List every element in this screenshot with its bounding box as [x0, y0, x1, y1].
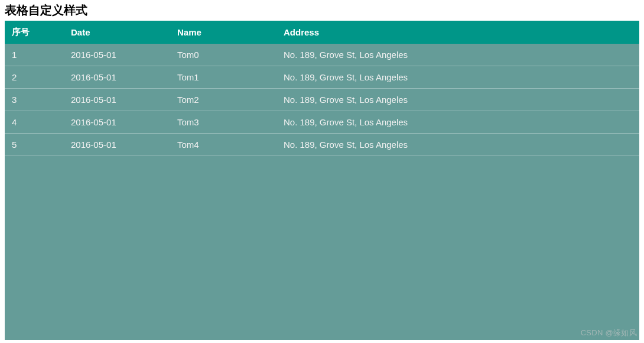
- cell-address: No. 189, Grove St, Los Angeles: [277, 44, 639, 66]
- cell-name: Tom4: [170, 134, 277, 156]
- cell-index: 4: [5, 111, 64, 134]
- cell-index: 1: [5, 44, 64, 66]
- cell-date: 2016-05-01: [64, 134, 170, 156]
- data-table: 序号 Date Name Address 1 2016-05-01 Tom0 N…: [5, 21, 639, 156]
- cell-date: 2016-05-01: [64, 44, 170, 66]
- cell-address: No. 189, Grove St, Los Angeles: [277, 89, 639, 111]
- cell-index: 2: [5, 66, 64, 89]
- header-name[interactable]: Name: [170, 21, 277, 44]
- table-header-row: 序号 Date Name Address: [5, 21, 639, 44]
- cell-date: 2016-05-01: [64, 111, 170, 134]
- table-row[interactable]: 5 2016-05-01 Tom4 No. 189, Grove St, Los…: [5, 134, 639, 156]
- cell-index: 3: [5, 89, 64, 111]
- header-date[interactable]: Date: [64, 21, 170, 44]
- header-index[interactable]: 序号: [5, 21, 64, 44]
- table-container: 序号 Date Name Address 1 2016-05-01 Tom0 N…: [5, 21, 639, 340]
- page-title: 表格自定义样式: [0, 0, 644, 21]
- table-row[interactable]: 1 2016-05-01 Tom0 No. 189, Grove St, Los…: [5, 44, 639, 66]
- watermark: CSDN @缘如风: [581, 328, 637, 338]
- cell-address: No. 189, Grove St, Los Angeles: [277, 134, 639, 156]
- table-row[interactable]: 4 2016-05-01 Tom3 No. 189, Grove St, Los…: [5, 111, 639, 134]
- cell-date: 2016-05-01: [64, 89, 170, 111]
- header-address[interactable]: Address: [277, 21, 639, 44]
- cell-name: Tom3: [170, 111, 277, 134]
- cell-name: Tom2: [170, 89, 277, 111]
- table-row[interactable]: 3 2016-05-01 Tom2 No. 189, Grove St, Los…: [5, 89, 639, 111]
- cell-address: No. 189, Grove St, Los Angeles: [277, 111, 639, 134]
- cell-name: Tom1: [170, 66, 277, 89]
- cell-index: 5: [5, 134, 64, 156]
- cell-date: 2016-05-01: [64, 66, 170, 89]
- table-row[interactable]: 2 2016-05-01 Tom1 No. 189, Grove St, Los…: [5, 66, 639, 89]
- cell-address: No. 189, Grove St, Los Angeles: [277, 66, 639, 89]
- cell-name: Tom0: [170, 44, 277, 66]
